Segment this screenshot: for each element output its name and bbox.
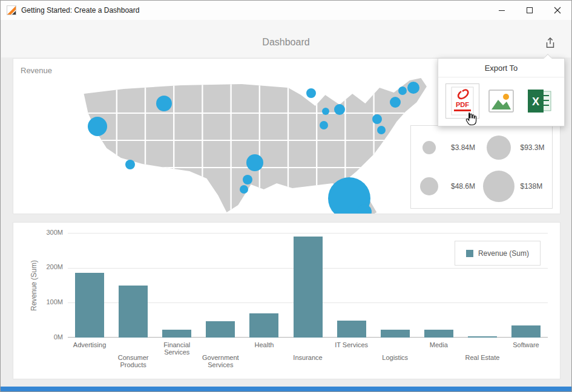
x-label: Insurance [286, 341, 329, 368]
bar-software[interactable] [511, 325, 541, 338]
bar-slot [155, 330, 199, 338]
x-label: Real Estate [461, 341, 504, 368]
x-label: IT Services [330, 341, 373, 368]
bar-government-services[interactable] [206, 321, 235, 338]
app-icon [7, 5, 16, 15]
close-button[interactable] [544, 1, 571, 20]
legend-circle-1 [422, 141, 436, 154]
pdf-icon: PDF [450, 87, 475, 116]
map-bubble[interactable] [334, 104, 345, 115]
close-icon [554, 7, 561, 14]
bar-it-services[interactable] [337, 321, 366, 338]
image-icon [488, 89, 514, 113]
map-legend-item: $93.3M [482, 136, 551, 160]
y-tick: 200M [13, 263, 63, 270]
x-label: Government Services [199, 341, 242, 368]
legend-value-3: $48.6M [451, 182, 475, 191]
bar-chart-panel: Revenue (Sum) 300M 200M 100M 0M Advertis… [13, 222, 560, 379]
chart-legend: Revenue (Sum) [455, 241, 541, 266]
map-bubble[interactable] [243, 175, 252, 185]
bar-media[interactable] [424, 330, 453, 338]
export-popup: Export To PDF [438, 58, 565, 126]
bar-slot [111, 286, 155, 338]
map-bubble[interactable] [322, 108, 329, 115]
x-axis-labels: AdvertisingConsumer ProductsFinancial Se… [68, 341, 548, 368]
bar-real-estate[interactable] [468, 336, 497, 338]
map-bubble[interactable] [125, 160, 135, 169]
bar-slot [461, 336, 504, 338]
y-axis-title: Revenue (Sum) [28, 233, 40, 338]
map-bubble[interactable] [88, 117, 107, 136]
x-label: Consumer Products [111, 341, 155, 368]
title-bar: Getting Started: Create a Dashboard [1, 1, 571, 20]
x-label: Financial Services [155, 341, 199, 368]
bar-slot [286, 237, 329, 338]
bar-slot [242, 313, 286, 338]
map-bubble[interactable] [372, 114, 382, 124]
map-bubble[interactable] [156, 96, 172, 111]
map-legend-item: $48.6M [412, 177, 482, 195]
minimize-button[interactable] [488, 1, 516, 20]
maximize-button[interactable] [516, 1, 544, 20]
window-controls [488, 1, 571, 20]
legend-value-2: $93.3M [521, 143, 545, 152]
minimize-icon [498, 7, 505, 14]
map-bubble[interactable] [240, 185, 248, 194]
maximize-icon [526, 7, 533, 14]
bar-slot [373, 330, 417, 338]
bar-consumer-products[interactable] [119, 286, 148, 338]
legend-value-1: $3.84M [451, 143, 475, 152]
export-pdf-option[interactable]: PDF [445, 83, 479, 119]
series-marker [466, 250, 473, 257]
x-label: Logistics [373, 341, 417, 368]
map-size-legend: $3.84M $93.3M $48.6M $138M [410, 125, 553, 209]
x-label: Software [504, 341, 548, 368]
svg-text:PDF: PDF [456, 101, 469, 108]
export-button[interactable] [542, 34, 559, 51]
app-window: Getting Started: Create a Dashboard [0, 0, 572, 392]
x-label: Media [417, 341, 461, 368]
bar-health[interactable] [249, 313, 278, 338]
legend-circle-3 [420, 177, 438, 195]
export-image-option[interactable] [484, 83, 518, 119]
export-options: PDF X [438, 77, 564, 126]
bar-slot [330, 321, 373, 338]
legend-value-4: $138M [521, 182, 543, 191]
map-legend-item: $138M [482, 171, 551, 202]
map-bubble[interactable] [407, 82, 419, 94]
x-label: Health [242, 341, 286, 368]
x-label: Advertising [68, 341, 111, 368]
bar-financial-services[interactable] [162, 330, 191, 338]
bar-slot [199, 321, 242, 338]
bar-logistics[interactable] [381, 330, 410, 338]
bar-insurance[interactable] [294, 237, 323, 338]
legend-circle-2 [487, 136, 511, 160]
map-bubble[interactable] [377, 126, 386, 134]
bar-slot [68, 273, 111, 338]
export-excel-option[interactable]: X [523, 83, 557, 119]
window-title: Getting Started: Create a Dashboard [21, 6, 139, 15]
bottom-accent-bar [1, 387, 571, 391]
dashboard-title: Dashboard [1, 37, 571, 48]
map-bubble[interactable] [390, 97, 401, 108]
bar-advertising[interactable] [75, 273, 104, 338]
map-legend-item: $3.84M [412, 141, 482, 154]
map-bubble[interactable] [246, 154, 263, 171]
series-label: Revenue (Sum) [478, 249, 529, 258]
map-bubble[interactable] [306, 88, 316, 98]
export-popup-title: Export To [438, 59, 564, 77]
export-icon [544, 36, 557, 50]
bar-slot [504, 325, 548, 338]
map-bubble[interactable] [398, 87, 407, 95]
svg-text:X: X [532, 96, 539, 108]
map-bubble[interactable] [320, 121, 328, 129]
bar-slot [417, 330, 461, 338]
excel-icon: X [527, 88, 553, 114]
y-tick: 0M [13, 333, 63, 341]
y-tick: 300M [13, 229, 63, 236]
y-tick: 100M [13, 298, 63, 305]
dashboard-header: Dashboard [1, 20, 571, 57]
legend-circle-4 [483, 171, 514, 202]
map-panel-title: Revenue [21, 66, 52, 75]
us-map-shape [84, 78, 427, 214]
